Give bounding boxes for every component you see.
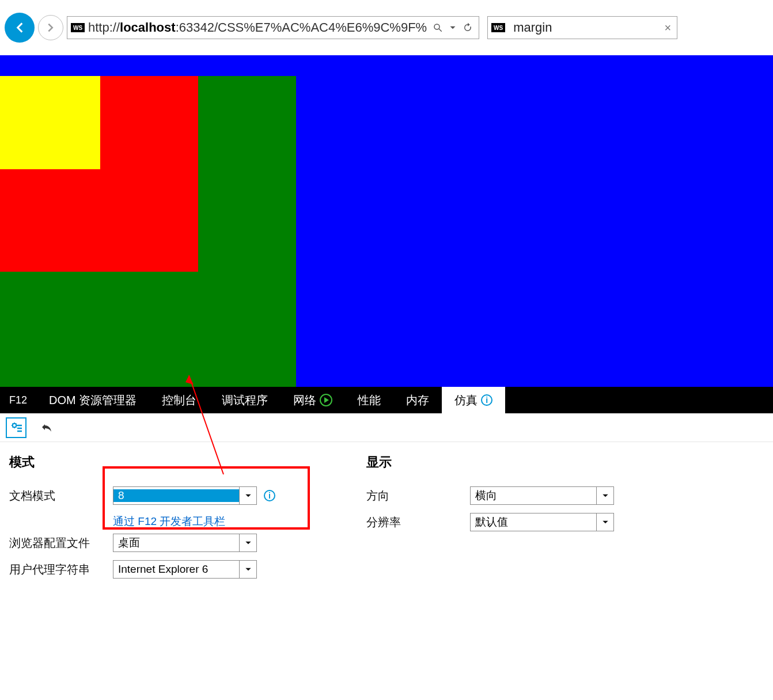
tab-label: 控制台 <box>162 393 196 408</box>
tab-label: 调试程序 <box>222 393 268 408</box>
url-text: http://localhost:63342/CSS%E7%AC%AC4%E6%… <box>88 20 427 35</box>
tab-label: 网络 <box>293 393 316 408</box>
back-button[interactable] <box>5 13 35 43</box>
mode-column: 模式 文档模式 8 i 通过 F12 开发者工具栏 浏览器配置文件 桌面 用户代… <box>9 454 320 583</box>
settings-button[interactable] <box>6 417 26 438</box>
forward-button[interactable] <box>38 15 63 40</box>
document-mode-label: 文档模式 <box>9 488 113 504</box>
url-host: localhost <box>120 20 176 35</box>
address-bar-icons <box>427 22 479 33</box>
user-agent-select[interactable]: Internet Explorer 6 <box>113 560 257 579</box>
direction-label: 方向 <box>366 488 470 504</box>
tab-console[interactable]: 控制台 <box>149 387 209 413</box>
emulation-panel: 模式 文档模式 8 i 通过 F12 开发者工具栏 浏览器配置文件 桌面 用户代… <box>0 442 773 606</box>
direction-row: 方向 横向 <box>366 482 677 509</box>
svg-line-1 <box>439 29 442 32</box>
devtools-toolbar <box>0 413 773 442</box>
tab-label: 内存 <box>406 393 429 408</box>
site-icon: WS <box>71 23 85 32</box>
yellow-box <box>0 76 100 169</box>
tab-label: 仿真 <box>454 393 478 408</box>
close-tab-icon[interactable]: × <box>658 21 677 35</box>
tab-title: margin <box>513 20 658 35</box>
url-path: :63342/CSS%E7%AC%AC4%E6%9C%9F% <box>176 20 427 35</box>
tab-emulation[interactable]: 仿真i <box>442 387 505 413</box>
tab-memory[interactable]: 内存 <box>393 387 442 413</box>
browser-profile-select[interactable]: 桌面 <box>113 534 257 552</box>
browser-chrome: WS http://localhost:63342/CSS%E7%AC%AC4%… <box>0 0 773 55</box>
browser-profile-row: 浏览器配置文件 桌面 <box>9 530 320 556</box>
chevron-down-icon <box>596 513 613 531</box>
search-icon[interactable] <box>433 22 443 33</box>
chevron-down-icon[interactable] <box>448 22 458 33</box>
browser-tab[interactable]: WS margin × <box>487 16 677 39</box>
direction-select[interactable]: 横向 <box>470 486 614 505</box>
tab-performance[interactable]: 性能 <box>345 387 393 413</box>
select-value: 8 <box>113 489 239 502</box>
address-bar[interactable]: WS http://localhost:63342/CSS%E7%AC%AC4%… <box>67 16 479 39</box>
chevron-down-icon <box>239 487 256 504</box>
url-protocol: http:// <box>88 20 120 35</box>
info-icon[interactable]: i <box>264 490 275 501</box>
display-title: 显示 <box>366 454 677 471</box>
tab-label: DOM 资源管理器 <box>49 393 137 408</box>
tab-favicon: WS <box>491 23 505 32</box>
devtools-tab-strip: F12 DOM 资源管理器 控制台 调试程序 网络 性能 内存 仿真i <box>0 387 773 413</box>
tab-dom-explorer[interactable]: DOM 资源管理器 <box>36 387 149 413</box>
document-mode-row: 文档模式 8 i <box>9 482 320 509</box>
document-mode-hint-row: 通过 F12 开发者工具栏 <box>9 509 320 530</box>
resolution-row: 分辨率 默认值 <box>366 509 677 535</box>
f12-hint-link[interactable]: 通过 F12 开发者工具栏 <box>113 514 225 529</box>
info-icon: i <box>481 394 492 406</box>
f12-label: F12 <box>0 387 36 413</box>
user-agent-row: 用户代理字符串 Internet Explorer 6 <box>9 556 320 583</box>
chevron-down-icon <box>239 561 256 578</box>
page-viewport <box>0 55 773 387</box>
chevron-down-icon <box>239 534 256 551</box>
tab-label: 性能 <box>358 393 381 408</box>
select-value: 默认值 <box>471 515 596 530</box>
select-value: 横向 <box>471 488 596 503</box>
document-mode-select[interactable]: 8 <box>113 486 257 505</box>
resolution-select[interactable]: 默认值 <box>470 513 614 531</box>
select-value: Internet Explorer 6 <box>113 563 239 576</box>
svg-point-0 <box>434 24 439 29</box>
select-value: 桌面 <box>113 535 239 550</box>
undo-button[interactable] <box>37 417 58 438</box>
user-agent-label: 用户代理字符串 <box>9 562 113 577</box>
tab-debugger[interactable]: 调试程序 <box>209 387 281 413</box>
play-icon <box>320 394 332 406</box>
chevron-down-icon <box>596 487 613 504</box>
resolution-label: 分辨率 <box>366 515 470 530</box>
tab-network[interactable]: 网络 <box>281 387 345 413</box>
browser-profile-label: 浏览器配置文件 <box>9 535 113 551</box>
mode-title: 模式 <box>9 454 320 471</box>
refresh-icon[interactable] <box>463 22 473 33</box>
display-column: 显示 方向 横向 分辨率 默认值 <box>366 454 677 583</box>
